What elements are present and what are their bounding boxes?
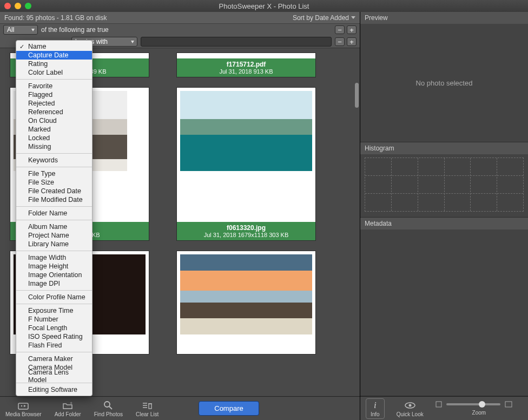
status-bar: Found: 95 photos - 1.81 GB on disk Sort … bbox=[0, 12, 360, 24]
dropdown-item[interactable]: Image DPI bbox=[16, 279, 92, 288]
dropdown-item[interactable]: File Size bbox=[16, 178, 92, 187]
sort-label: Sort by Date Added bbox=[293, 14, 349, 22]
window-title: PhotoSweeper X - Photo List bbox=[219, 2, 309, 10]
svg-point-1 bbox=[21, 405, 22, 406]
dropdown-item[interactable]: F Number bbox=[16, 315, 92, 324]
dropdown-item[interactable]: Locked bbox=[16, 134, 92, 142]
photo-info: Jul 31, 2018 1679x1118 303 KB bbox=[178, 232, 314, 238]
dropdown-item[interactable]: Marked bbox=[16, 125, 92, 134]
right-bottom-toolbar: i Info Quick Look Zoom bbox=[360, 396, 528, 420]
photo-filename: f0613320.jpg bbox=[178, 224, 314, 232]
tool-label: Media Browser bbox=[5, 411, 42, 417]
add-rule-button[interactable]: + bbox=[347, 25, 357, 34]
svg-rect-12 bbox=[436, 402, 441, 407]
photo-card[interactable]: f1715712.pdfJul 31, 2018 913 KB bbox=[176, 52, 316, 77]
preview-header: Preview bbox=[360, 12, 528, 24]
dropdown-separator bbox=[16, 167, 92, 167]
dropdown-item[interactable]: Flagged bbox=[16, 90, 92, 99]
add-folder-icon: + bbox=[62, 400, 73, 411]
dropdown-item[interactable]: Name bbox=[16, 42, 92, 51]
dropdown-item[interactable]: Exposure Time bbox=[16, 306, 92, 315]
dropdown-item[interactable]: Editing Software bbox=[16, 385, 92, 394]
chevron-down-icon bbox=[351, 16, 355, 19]
dropdown-separator bbox=[16, 304, 92, 304]
dropdown-item[interactable]: Album Name bbox=[16, 222, 92, 231]
eye-icon bbox=[404, 400, 416, 411]
media-browser-button[interactable]: Media Browser bbox=[5, 400, 42, 417]
find-photos-button[interactable]: Find Photos bbox=[94, 400, 123, 417]
dropdown-item[interactable]: Image Width bbox=[16, 253, 92, 262]
dropdown-item[interactable]: Folder Name bbox=[16, 209, 92, 218]
svg-text:+: + bbox=[70, 401, 72, 406]
found-count: Found: 95 photos - 1.81 GB on disk bbox=[4, 14, 107, 22]
svg-line-4 bbox=[109, 406, 112, 409]
dropdown-item[interactable]: File Created Date bbox=[16, 187, 92, 195]
tool-label: Find Photos bbox=[94, 411, 123, 417]
clear-list-icon bbox=[142, 400, 153, 411]
photo-card[interactable]: f0613320.jpgJul 31, 2018 1679x1118 303 K… bbox=[176, 87, 316, 241]
match-scope-select[interactable]: All bbox=[3, 25, 38, 35]
dropdown-separator bbox=[16, 352, 92, 352]
svg-rect-13 bbox=[505, 402, 512, 407]
dropdown-item[interactable]: ISO Speed Rating bbox=[16, 332, 92, 341]
dropdown-item[interactable]: Flash Fired bbox=[16, 341, 92, 350]
dropdown-item[interactable]: File Modified Date bbox=[16, 195, 92, 204]
dropdown-item[interactable]: Library Name bbox=[16, 240, 92, 248]
field-dropdown[interactable]: NameCapture DateRatingColor LabelFavorit… bbox=[16, 40, 93, 396]
zoom-control[interactable]: Zoom bbox=[435, 401, 523, 416]
dropdown-item[interactable]: Rating bbox=[16, 60, 92, 68]
dropdown-item[interactable]: File Type bbox=[16, 169, 92, 178]
dropdown-item[interactable]: Camera Maker bbox=[16, 355, 92, 363]
close-icon[interactable] bbox=[4, 3, 11, 9]
add-rule-button[interactable]: + bbox=[347, 37, 357, 46]
svg-rect-8 bbox=[149, 404, 151, 409]
info-icon: i bbox=[374, 400, 377, 411]
dropdown-item[interactable]: Project Name bbox=[16, 231, 92, 240]
histogram-placeholder bbox=[365, 158, 524, 212]
info-button[interactable]: i Info bbox=[366, 398, 385, 419]
minimize-icon[interactable] bbox=[15, 3, 21, 9]
svg-point-11 bbox=[408, 404, 411, 406]
photo-card[interactable] bbox=[176, 251, 316, 355]
sort-menu[interactable]: Sort by Date Added bbox=[293, 14, 355, 22]
dropdown-item[interactable]: Referenced bbox=[16, 108, 92, 116]
tool-label: Clear List bbox=[136, 411, 159, 417]
dropdown-item[interactable]: On Cloud bbox=[16, 116, 92, 125]
tool-label: Add Folder bbox=[55, 411, 81, 417]
dropdown-item[interactable]: Favorite bbox=[16, 82, 92, 90]
photo-thumbnail bbox=[180, 254, 312, 334]
photo-thumbnail bbox=[180, 91, 312, 171]
quick-look-button[interactable]: Quick Look bbox=[397, 400, 424, 417]
tool-label: Zoom bbox=[472, 410, 486, 416]
preview-empty-text: No photo selected bbox=[360, 24, 528, 142]
zoom-in-icon[interactable] bbox=[505, 401, 512, 408]
dropdown-item[interactable]: Camera Lens Model bbox=[16, 372, 92, 380]
match-text: of the following are true bbox=[41, 26, 109, 34]
dropdown-separator bbox=[16, 153, 92, 154]
clear-list-button[interactable]: Clear List bbox=[136, 400, 159, 417]
dropdown-item[interactable]: Image Height bbox=[16, 262, 92, 271]
media-browser-icon bbox=[18, 400, 29, 411]
add-folder-button[interactable]: + Add Folder bbox=[55, 400, 81, 417]
remove-rule-button[interactable]: − bbox=[335, 25, 345, 34]
dropdown-item[interactable]: Rejected bbox=[16, 99, 92, 108]
tool-label: Info bbox=[371, 411, 380, 417]
compare-button[interactable]: Compare bbox=[199, 401, 259, 416]
zoom-icon[interactable] bbox=[25, 3, 31, 9]
rule-value-input[interactable] bbox=[141, 37, 332, 47]
zoom-slider[interactable] bbox=[446, 403, 500, 405]
svg-point-3 bbox=[104, 402, 110, 407]
scrollbar[interactable] bbox=[355, 83, 359, 108]
dropdown-item[interactable]: Missing bbox=[16, 142, 92, 151]
dropdown-item[interactable]: Capture Date bbox=[16, 51, 92, 60]
dropdown-separator bbox=[16, 251, 92, 251]
dropdown-item[interactable]: Image Orientation bbox=[16, 271, 92, 279]
dropdown-separator bbox=[16, 206, 92, 207]
dropdown-item[interactable]: Color Label bbox=[16, 68, 92, 77]
dropdown-item[interactable]: Color Profile Name bbox=[16, 293, 92, 301]
dropdown-item[interactable]: Focal Length bbox=[16, 324, 92, 332]
remove-rule-button[interactable]: − bbox=[335, 37, 345, 46]
zoom-out-icon[interactable] bbox=[435, 401, 442, 408]
window-controls bbox=[4, 3, 31, 9]
dropdown-item[interactable]: Keywords bbox=[16, 156, 92, 165]
